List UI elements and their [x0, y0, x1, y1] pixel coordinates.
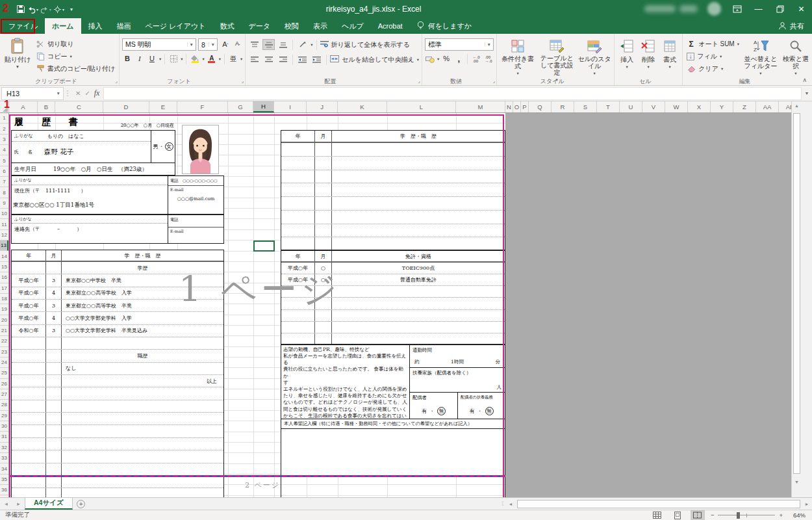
row-header-15[interactable]: 15	[0, 262, 8, 272]
italic-button[interactable]: I	[134, 53, 145, 64]
cut-button[interactable]: 切り取り	[34, 38, 116, 49]
column-header-B[interactable]: B	[38, 101, 55, 112]
column-header-H[interactable]: H	[253, 101, 274, 112]
restore-button[interactable]	[769, 0, 791, 18]
column-header-V[interactable]: V	[642, 101, 665, 112]
column-header-O[interactable]: O	[513, 101, 521, 112]
column-header-S[interactable]: S	[574, 101, 597, 112]
format-as-table-button[interactable]: テーブルとして書式設定 ▾	[538, 36, 576, 77]
ribbon-display-options-icon[interactable]	[726, 0, 748, 18]
row-header-19[interactable]: 19	[0, 304, 8, 315]
row-header-2[interactable]: 2	[0, 124, 8, 134]
row-header-5[interactable]: 5	[0, 155, 8, 166]
column-header-F[interactable]: F	[177, 101, 228, 112]
zoom-in-icon[interactable]: +	[779, 512, 783, 519]
row-header-14[interactable]: 14	[0, 251, 8, 261]
row-header-26[interactable]: 26	[0, 379, 8, 389]
tab-ribbon-2[interactable]: 挿入	[81, 18, 110, 34]
tab-ribbon-7[interactable]: 校閲	[277, 18, 306, 34]
collapse-ribbon-button[interactable]: ∧	[802, 77, 807, 83]
row-header-34[interactable]: 34	[0, 463, 8, 474]
selected-cell-H13[interactable]	[253, 240, 275, 252]
zoom-slider-thumb[interactable]	[737, 512, 740, 519]
increase-indent-button[interactable]	[311, 54, 323, 65]
borders-button[interactable]	[168, 53, 179, 64]
dialog-launcher-icon[interactable]: ⌟	[242, 79, 244, 84]
column-header-X[interactable]: X	[688, 101, 711, 112]
dialog-launcher-icon[interactable]: ⌟	[492, 79, 495, 84]
column-header-D[interactable]: D	[103, 101, 149, 112]
column-header-E[interactable]: E	[149, 101, 177, 112]
accounting-format-button[interactable]	[425, 53, 435, 64]
zoom-slider[interactable]	[718, 512, 775, 519]
fill-button[interactable]: ↓ フィル ▾	[685, 51, 741, 62]
number-format-combobox[interactable]: 標準▼	[425, 38, 494, 51]
undo-button[interactable]: ▾	[27, 3, 38, 16]
row-header-6[interactable]: 6	[0, 166, 8, 177]
decrease-font-button[interactable]: Aˇ	[232, 39, 242, 50]
row-header-8[interactable]: 8	[0, 187, 8, 198]
row-header-30[interactable]: 30	[0, 421, 8, 432]
row-header-27[interactable]: 27	[0, 389, 8, 400]
tab-ribbon-4[interactable]: ページ レイアウト	[138, 18, 213, 34]
phonetic-guide-button[interactable]: 亜	[228, 53, 238, 64]
normal-view-button[interactable]	[650, 510, 665, 520]
column-header-K[interactable]: K	[338, 101, 387, 112]
font-size-combobox[interactable]: 8▼	[198, 38, 218, 51]
row-header-31[interactable]: 31	[0, 432, 8, 442]
align-top-button[interactable]	[248, 39, 260, 50]
column-header-R[interactable]: R	[552, 101, 574, 112]
row-header-7[interactable]: 7	[0, 177, 8, 187]
sort-filter-button[interactable]: AZ 並べ替えとフィルター ▾	[742, 36, 779, 77]
dialog-launcher-icon[interactable]: ⌟	[115, 79, 118, 84]
tab-ribbon-5[interactable]: 数式	[212, 18, 241, 34]
row-header-16[interactable]: 16	[0, 272, 8, 283]
row-header-3[interactable]: 3	[0, 135, 8, 145]
zoom-out-icon[interactable]: −	[711, 512, 715, 519]
tab-ribbon-9[interactable]: ヘルプ	[335, 18, 371, 34]
row-header-24[interactable]: 24	[0, 358, 8, 368]
account-info-blurred[interactable]	[644, 1, 721, 17]
delete-cells-button[interactable]: 削除 ▾	[639, 36, 658, 77]
column-header-P[interactable]: P	[521, 101, 529, 112]
expand-formula-bar-icon[interactable]: ▼	[802, 91, 812, 96]
row-header-21[interactable]: 21	[0, 326, 8, 336]
column-header-W[interactable]: W	[665, 101, 688, 112]
row-header-10[interactable]: 10	[0, 209, 8, 219]
autosum-button[interactable]: Σ オート SUM ▾	[685, 38, 741, 49]
decrease-decimal-button[interactable]: .00→.0	[483, 53, 494, 64]
column-header-N[interactable]: N	[505, 101, 513, 112]
align-right-button[interactable]	[277, 54, 289, 65]
horizontal-scrollbar[interactable]	[516, 500, 802, 508]
vertical-scroll-thumb[interactable]	[793, 113, 800, 474]
enter-icon[interactable]: ✓	[84, 90, 90, 97]
horizontal-scroll-thumb[interactable]	[517, 500, 800, 508]
column-header-J[interactable]: J	[307, 101, 338, 112]
row-header-1[interactable]: 1	[0, 113, 8, 124]
conditional-formatting-button[interactable]: 条件付き書式 ▾	[500, 36, 536, 77]
row-header-9[interactable]: 9	[0, 198, 8, 209]
clear-button[interactable]: クリア ▾	[685, 63, 741, 74]
cell-styles-button[interactable]: セルのスタイル ▾	[577, 36, 611, 77]
row-header-29[interactable]: 29	[0, 411, 8, 421]
increase-font-button[interactable]: Aˆ	[220, 39, 230, 50]
scroll-down-icon[interactable]: ▼	[792, 478, 802, 487]
column-header-C[interactable]: C	[55, 101, 103, 112]
format-painter-button[interactable]: 書式のコピー/貼り付け	[34, 63, 116, 74]
row-header-33[interactable]: 33	[0, 453, 8, 463]
row-header-35[interactable]: 35	[0, 474, 8, 485]
merge-center-button[interactable]: セルを結合して中央揃え ▾	[330, 53, 419, 66]
tab-splitter[interactable]: ⁞	[500, 500, 505, 507]
redo-button[interactable]: ▾	[40, 3, 51, 16]
column-header-AB[interactable]: AB	[779, 101, 791, 112]
formula-bar-splitter[interactable]: ⋮	[64, 89, 71, 98]
column-header-M[interactable]: M	[456, 101, 505, 112]
sheet-nav-left-icon[interactable]: ◂	[0, 498, 12, 510]
percent-style-button[interactable]: %	[441, 53, 451, 64]
save-icon[interactable]	[16, 3, 25, 16]
increase-decimal-button[interactable]: ←.0.00	[471, 53, 481, 64]
align-left-button[interactable]	[248, 54, 260, 65]
row-header-22[interactable]: 22	[0, 336, 8, 346]
copy-button[interactable]: コピー ▾	[34, 51, 116, 62]
tab-ribbon-8[interactable]: 表示	[306, 18, 335, 34]
